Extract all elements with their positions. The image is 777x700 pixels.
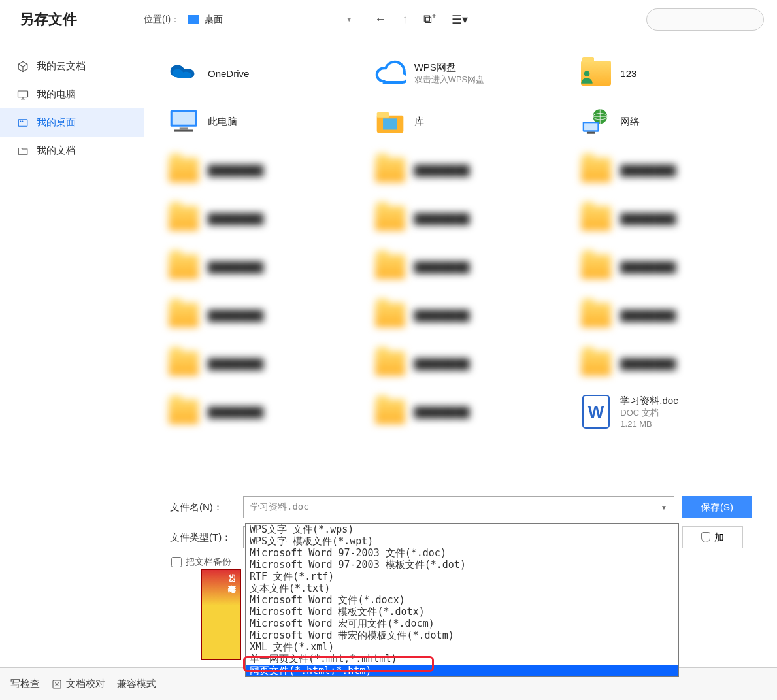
dialog-title: 另存文件 xyxy=(0,10,144,29)
sidebar-item-my-documents[interactable]: 我的文档 xyxy=(0,137,144,165)
back-icon[interactable]: ← xyxy=(374,12,386,27)
grid-item-blurred[interactable]: ████████ xyxy=(163,341,358,386)
grid-item-blurred[interactable]: ████████ xyxy=(370,341,565,386)
file-grid: OneDrive WPS网盘 双击进入WPS网盘 xyxy=(144,39,777,487)
up-icon: ↑ xyxy=(402,12,408,27)
grid-item-blurred[interactable]: ████████ xyxy=(163,196,358,241)
filetype-option[interactable]: Microsoft Word 97-2003 文件(*.doc) xyxy=(246,547,678,559)
grid-item-blurred[interactable]: ████████ xyxy=(576,293,770,337)
svg-point-6 xyxy=(20,121,21,122)
sidebar-item-my-computer[interactable]: 我的电脑 xyxy=(0,80,144,108)
save-button[interactable]: 保存(S) xyxy=(682,496,752,518)
svg-rect-15 xyxy=(383,118,397,129)
chevron-down-icon: ▼ xyxy=(346,16,352,23)
save-as-dialog: 另存文件 位置(I)： 桌面 ▼ ← ↑ ⧉⁺ ☰▾ 我的云文档 xyxy=(0,0,777,578)
folder-icon xyxy=(17,145,29,157)
filename-combobox[interactable]: 学习资料.doc ▼ xyxy=(243,496,674,518)
item-sub: 双击进入WPS网盘 xyxy=(414,74,485,86)
statusbar-compat-mode[interactable]: 兼容模式 xyxy=(117,678,156,690)
filetype-option[interactable]: Microsoft Word 带宏的模板文件(*.dotm) xyxy=(246,629,678,641)
grid-item-blurred[interactable]: ████████ xyxy=(576,244,770,289)
view-options-icon[interactable]: ☰▾ xyxy=(452,12,468,27)
background-book-spine: 5年高考3 xyxy=(201,569,241,660)
filetype-option[interactable]: Microsoft Word 97-2003 模板文件(*.dot) xyxy=(246,559,678,571)
grid-item-blurred[interactable]: ████████ xyxy=(576,148,770,192)
location-label: 位置(I)： xyxy=(144,14,180,25)
svg-rect-14 xyxy=(376,112,389,118)
new-folder-icon[interactable]: ⧉⁺ xyxy=(423,12,436,27)
grid-item-user-folder[interactable]: 123 xyxy=(576,51,770,95)
grid-item-blurred[interactable]: ████████ xyxy=(163,148,358,192)
svg-rect-11 xyxy=(180,127,188,129)
item-name: 学习资料.doc xyxy=(620,395,678,407)
filetype-option[interactable]: 网页文件(*.html;*.htm) xyxy=(246,665,678,676)
grid-item-blurred[interactable]: ████████ xyxy=(163,293,358,337)
grid-item-blurred[interactable]: ████████ xyxy=(370,293,565,337)
filetype-option[interactable]: WPS文字 模板文件(*.wpt) xyxy=(246,535,678,547)
nav-icons: ← ↑ ⧉⁺ ☰▾ xyxy=(374,12,468,27)
filetype-label: 文件类型(T)： xyxy=(170,531,235,544)
sidebar-item-cloud-docs[interactable]: 我的云文档 xyxy=(0,52,144,80)
grid-item-libraries[interactable]: 库 xyxy=(370,99,565,144)
filename-value: 学习资料.doc xyxy=(250,501,661,513)
svg-text:W: W xyxy=(588,402,604,422)
filename-label: 文件名(N)： xyxy=(170,501,235,514)
pc-icon xyxy=(167,105,200,138)
statusbar-spellcheck[interactable]: 写检查 xyxy=(10,678,40,690)
chevron-down-icon: ▼ xyxy=(661,504,667,511)
item-name: 此电脑 xyxy=(208,116,237,128)
svg-rect-19 xyxy=(584,123,597,130)
grid-item-wps-cloud[interactable]: WPS网盘 双击进入WPS网盘 xyxy=(370,51,565,95)
svg-rect-2 xyxy=(18,91,28,97)
grid-item-blurred[interactable]: ████████ xyxy=(163,244,358,289)
user-folder-icon xyxy=(580,57,612,90)
grid-item-this-pc[interactable]: 此电脑 xyxy=(163,99,358,144)
statusbar-doccheck[interactable]: 文档校对 xyxy=(52,678,105,690)
svg-point-7 xyxy=(22,121,23,122)
grid-item-blurred[interactable]: ████████ xyxy=(163,390,358,434)
desktop-icon xyxy=(188,15,199,24)
sidebar-item-label: 我的文档 xyxy=(37,144,76,157)
grid-item-blurred[interactable]: ████████ xyxy=(576,341,770,386)
library-icon xyxy=(374,105,406,138)
filetype-option[interactable]: RTF 文件(*.rtf) xyxy=(246,571,678,582)
sidebar-item-my-desktop[interactable]: 我的桌面 xyxy=(0,108,144,137)
grid-item-study-doc[interactable]: W 学习资料.doc DOC 文档 1.21 MB xyxy=(576,390,770,434)
doc-file-icon: W xyxy=(580,395,612,428)
filetype-option[interactable]: 文本文件(*.txt) xyxy=(246,582,678,594)
desktop-square-icon xyxy=(17,117,29,129)
monitor-icon xyxy=(17,89,29,101)
sidebar-item-label: 我的电脑 xyxy=(37,88,76,101)
backup-checkbox[interactable] xyxy=(171,557,182,567)
filetype-option[interactable]: Microsoft Word 宏可用文件(*.docm) xyxy=(246,618,678,629)
item-name: 网络 xyxy=(620,116,640,128)
svg-point-8 xyxy=(584,71,590,76)
svg-rect-20 xyxy=(587,132,595,134)
filetype-dropdown-list[interactable]: WPS文字 文件(*.wps)WPS文字 模板文件(*.wpt)Microsof… xyxy=(245,523,679,677)
grid-item-blurred[interactable]: ████████ xyxy=(370,390,565,434)
filetype-option[interactable]: XML 文件(*.xml) xyxy=(246,641,678,653)
grid-item-blurred[interactable]: ████████ xyxy=(576,196,770,241)
filetype-option[interactable]: Microsoft Word 模板文件(*.dotx) xyxy=(246,606,678,618)
item-name: OneDrive xyxy=(208,68,249,79)
item-name: WPS网盘 xyxy=(414,61,485,74)
grid-item-blurred[interactable]: ████████ xyxy=(370,196,565,241)
grid-item-blurred[interactable]: ████████ xyxy=(370,244,565,289)
search-input[interactable] xyxy=(656,15,767,25)
filetype-option[interactable]: WPS文字 文件(*.wps) xyxy=(246,524,678,535)
x-square-icon xyxy=(52,679,62,690)
filetype-option[interactable]: Microsoft Word 文件(*.docx) xyxy=(246,594,678,606)
cube-icon xyxy=(17,61,29,73)
svg-rect-5 xyxy=(18,119,27,126)
shield-icon xyxy=(701,532,710,542)
svg-rect-10 xyxy=(173,112,195,125)
grid-item-network[interactable]: 网络 xyxy=(576,99,770,144)
filetype-option[interactable]: 单一网页文件(*.mht;*.mhtml) xyxy=(246,653,678,665)
grid-item-onedrive[interactable]: OneDrive xyxy=(163,51,358,95)
onedrive-icon xyxy=(167,57,200,90)
grid-item-blurred[interactable]: ████████ xyxy=(370,148,565,192)
encrypt-button[interactable]: 加 xyxy=(682,526,743,548)
search-box[interactable] xyxy=(646,8,764,31)
svg-rect-12 xyxy=(174,130,193,132)
location-dropdown[interactable]: 桌面 ▼ xyxy=(185,12,355,27)
